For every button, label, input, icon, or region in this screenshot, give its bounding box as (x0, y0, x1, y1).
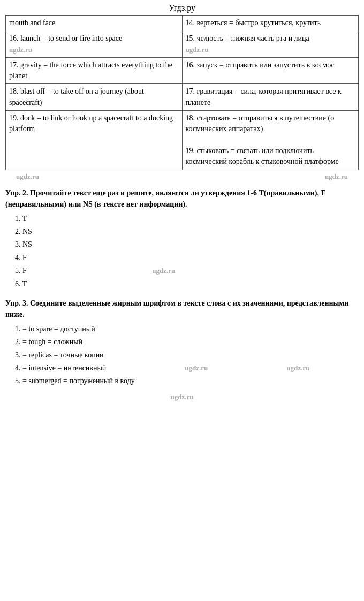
table-row-4: 18. blast off = to take off on a journey… (6, 84, 359, 111)
list-item: 5. = submerged = погруженный в воду (15, 375, 359, 387)
watermark-upr3-mid-right: ugdz.ru (286, 363, 309, 374)
left-text-3: 17. gravity = the force which attracts e… (9, 61, 172, 80)
left-cell-5: 19. dock = to link or hook up a spacecra… (6, 111, 183, 170)
upr3-title: Упр. 3. Соедините выделенные жирным шриф… (5, 298, 359, 320)
left-cell-3: 17. gravity = the force which attracts e… (6, 57, 183, 84)
watermark-mid-right: ugdz.ru (325, 172, 348, 181)
watermark-upr2-right: ugdz.ru (152, 265, 175, 277)
vocabulary-table: mouth and face 14. вертеться = быстро кр… (5, 15, 359, 170)
site-title: Угдз.ру (0, 0, 364, 15)
left-text-1: mouth and face (9, 19, 55, 27)
upr2-answers-list: 1. T 2. NS 3. NS 4. F 5. F ugdz.ru 6. T (5, 213, 359, 290)
right-cell-1: 14. вертеться = быстро крутиться, крутит… (182, 16, 359, 31)
upr3-ans4-text: 4. = intensive = интенсивный (15, 364, 106, 372)
left-cell-4: 18. blast off = to take off on a journey… (6, 84, 183, 111)
upr2-title: Упр. 2. Прочитайте текст еще раз и решит… (5, 187, 359, 210)
watermark-left-1: ugdz.ru (9, 45, 32, 55)
list-item: 2. = tough = сложный (15, 336, 359, 348)
list-item: 5. F ugdz.ru (15, 265, 359, 277)
right-cell-3: 16. запуск = отправить или запустить в к… (182, 57, 359, 84)
right-text-1: 14. вертеться = быстро крутиться, крутит… (186, 19, 321, 27)
list-item: 6. T (15, 278, 359, 290)
left-cell-2: 16. launch = to send or fire into space … (6, 31, 183, 58)
upr2-section: Упр. 2. Прочитайте текст еще раз и решит… (0, 183, 364, 293)
right-cell-2: 15. челюсть = нижняя часть рта и лица ug… (182, 31, 359, 58)
list-item: 4. = intensive = интенсивный ugdz.ru ugd… (15, 362, 359, 374)
right-text-5: 18. стартовать = отправиться в путешеств… (186, 114, 335, 133)
upr3-section: Упр. 3. Соедините выделенные жирным шриф… (0, 293, 364, 391)
table-row-1: mouth and face 14. вертеться = быстро кр… (6, 16, 359, 31)
list-item: 4. F (15, 252, 359, 264)
right-cell-5: 18. стартовать = отправиться в путешеств… (182, 111, 359, 170)
watermark-upr3-mid-left: ugdz.ru (185, 363, 208, 374)
watermark-right-1: ugdz.ru (186, 45, 209, 55)
right-text-5b: 19. стыковать = связать или подключить к… (186, 147, 339, 165)
watermark-footer: ugdz.ru (171, 393, 194, 401)
right-text-2: 15. челюсть = нижняя часть рта и лица (186, 34, 309, 42)
table-row-5: 19. dock = to link or hook up a spacecra… (6, 111, 359, 170)
list-item: 1. T (15, 213, 359, 225)
watermark-row-1: ugdz.ru ugdz.ru (0, 171, 364, 182)
table-row-2: 16. launch = to send or fire into space … (6, 31, 359, 58)
right-text-3: 16. запуск = отправить или запустить в к… (186, 61, 335, 69)
right-cell-4: 17. гравитация = сила, которая притягива… (182, 84, 359, 111)
left-text-2: 16. launch = to send or fire into space (9, 34, 122, 42)
left-text-4: 18. blast off = to take off on a journey… (9, 87, 144, 106)
left-cell-1: mouth and face (6, 16, 183, 31)
upr3-answers-list: 1. = to spare = доступный 2. = tough = с… (5, 323, 359, 387)
watermark-mid-left: ugdz.ru (16, 172, 39, 181)
upr2-ans5-text: 5. F (15, 267, 27, 275)
table-row-3: 17. gravity = the force which attracts e… (6, 57, 359, 84)
list-item: 2. NS (15, 226, 359, 238)
list-item: 3. = replicas = точные копии (15, 349, 359, 361)
right-text-4: 17. гравитация = сила, которая притягива… (186, 87, 342, 106)
left-text-5: 19. dock = to link or hook up a spacecra… (9, 114, 173, 133)
list-item: 1. = to spare = доступный (15, 323, 359, 335)
list-item: 3. NS (15, 239, 359, 250)
footer-watermark: ugdz.ru (0, 391, 364, 405)
